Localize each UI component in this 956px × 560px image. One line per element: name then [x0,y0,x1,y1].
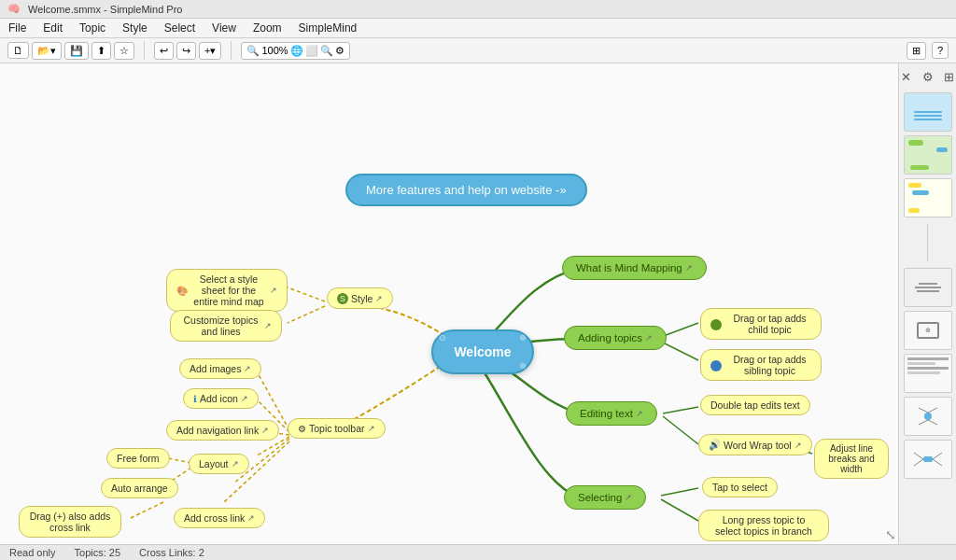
panel-thumb-2[interactable] [904,135,952,175]
zoom-icon: 🔍 [246,45,260,57]
panel-thumb-7[interactable] [904,397,952,436]
svg-line-24 [914,453,923,459]
zoom-control[interactable]: 🔍 100% 🌐 ⬜ 🔍 ⚙ [241,42,349,60]
features-button[interactable]: More features and help on website -» [345,174,587,206]
help-button[interactable]: ? [932,42,949,59]
panel-thumb-5[interactable]: ⊕ [904,311,952,350]
node-long-press-select[interactable]: Long press topic to select topics in bra… [698,510,829,541]
svg-line-1 [661,342,698,360]
node-label-auto-arrange: Auto arrange [111,483,168,494]
svg-point-18 [924,413,932,420]
main-area: More features and help on website -» Wel… [0,63,956,544]
node-add-nav-link[interactable]: Add navigation link ↗ [166,420,279,441]
node-drag-cross-link[interactable]: Drag (+) also adds cross link [19,506,121,538]
status-read-only: Read only [9,547,56,558]
node-label-double-tap-edits: Double tap edits text [710,399,800,411]
external-link-icon-11: ↗ [241,394,248,403]
node-selecting[interactable]: Selecting ↗ [564,485,646,510]
node-label-selecting: Selecting [578,492,622,503]
panel-thumb-3[interactable] [904,178,952,217]
node-label-add-images: Add images [190,363,241,374]
star-button[interactable]: ☆ [114,42,134,60]
node-free-form[interactable]: Free form [106,448,170,469]
new-button[interactable]: 🗋 [7,42,29,59]
redo-button[interactable]: ↪ [176,42,196,60]
panel-settings-icon[interactable]: ⚙ [919,67,937,86]
node-style[interactable]: S Style ↗ [327,287,393,309]
external-link-icon-10: ↗ [244,364,251,373]
zoom-level: 100% [261,45,288,56]
menu-file[interactable]: File [6,21,29,35]
svg-rect-23 [923,456,933,462]
svg-line-6 [661,499,698,521]
external-link-icon-9: ↗ [368,424,375,433]
node-customize-topics[interactable]: Customize topics and lines ↗ [170,310,282,342]
menu-select[interactable]: Select [162,21,198,35]
menu-topic[interactable]: Topic [77,21,108,35]
node-label-drag-tap-child: Drag or tap adds child topic [728,313,811,335]
panel-thumb-6[interactable] [904,354,952,393]
panel-thumb-4[interactable] [904,268,952,307]
center-node[interactable]: Welcome ⊙ ⊕ ⊕ [431,329,534,374]
menu-edit[interactable]: Edit [40,21,65,35]
menu-style[interactable]: Style [120,21,150,35]
node-add-cross-link[interactable]: Add cross link ↗ [174,508,265,528]
node-editing-text[interactable]: Editing text ↗ [566,401,657,426]
node-select-style-sheet[interactable]: 🎨 Select a style sheet for the entire mi… [166,269,288,312]
status-topics: Topics: 25 [75,547,121,558]
node-label-topic-toolbar: Topic toolbar [309,423,365,434]
node-label-add-nav-link: Add navigation link [176,425,259,436]
menu-view[interactable]: View [209,21,239,35]
external-link-icon-3: ↗ [636,409,643,418]
zoom-fit-icon: ⬜ [305,45,318,57]
node-label-editing-text: Editing text [580,408,633,419]
external-link-icon-5: ↗ [794,441,802,450]
node-adding-topics[interactable]: Adding topics ↗ [564,326,667,350]
external-link-icon-8: ↗ [264,321,272,330]
mind-map-connections [0,63,898,544]
mind-map-canvas[interactable]: More features and help on website -» Wel… [0,63,898,544]
panel-close-icon[interactable]: ✕ [898,67,916,86]
node-label-free-form: Free form [117,453,160,464]
external-link-icon-6: ↗ [375,294,383,303]
node-label-style: Style [351,293,373,304]
external-link-icon-2: ↗ [645,333,653,343]
panel-grid-icon[interactable]: ⊞ [940,67,957,86]
external-link-icon-1: ↗ [685,263,693,273]
node-double-tap-edits[interactable]: Double tap edits text [700,395,810,415]
svg-line-26 [933,453,942,459]
export-button[interactable]: ⬆ [91,42,111,60]
node-label-adjust-line-breaks: Adjust line breaks and width [824,443,879,474]
node-auto-arrange[interactable]: Auto arrange [101,478,178,498]
node-label-long-press-select: Long press topic to select topics in bra… [709,514,819,537]
panel-thumb-1[interactable] [904,92,952,132]
external-link-icon-13: ↗ [247,513,255,523]
toolbar: 🗋 📂▾ 💾 ⬆ ☆ ↩ ↪ +▾ 🔍 100% 🌐 ⬜ 🔍 ⚙ ⊞ ? [0,38,956,63]
node-label-add-cross-link: Add cross link [184,512,245,524]
undo-button[interactable]: ↩ [154,42,174,60]
node-label-tap-to-select: Tap to select [712,482,767,493]
save-button[interactable]: 💾 [64,42,89,60]
menu-zoom[interactable]: Zoom [250,21,285,35]
node-add-icon[interactable]: ℹ Add icon ↗ [183,388,259,409]
node-word-wrap-tool[interactable]: 🔊 Word Wrap tool ↗ [698,434,812,455]
node-drag-tap-sibling[interactable]: Drag or tap adds sibling topic [700,349,822,381]
resize-handle[interactable]: ⤡ [885,527,896,542]
svg-line-8 [288,306,325,323]
node-label-drag-tap-sibling: Drag or tap adds sibling topic [728,354,811,376]
title-bar: 🧠 Welcome.smmx - SimpleMind Pro [0,0,956,19]
center-node-label: Welcome [454,344,511,359]
status-bar: Read only Topics: 25 Cross Links: 2 [0,544,956,560]
menu-simplemind[interactable]: SimpleMind [296,21,360,35]
add-button[interactable]: +▾ [199,42,221,60]
node-tap-to-select[interactable]: Tap to select [702,477,778,497]
node-layout[interactable]: Layout ↗ [189,454,249,474]
panel-toggle-button[interactable]: ⊞ [907,42,926,60]
node-add-images[interactable]: Add images ↗ [179,358,261,379]
open-button[interactable]: 📂▾ [32,42,62,60]
node-drag-tap-child[interactable]: Drag or tap adds child topic [700,308,822,340]
node-topic-toolbar[interactable]: ⚙ Topic toolbar ↗ [288,418,386,439]
node-what-is-mind-mapping[interactable]: What is Mind Mapping ↗ [562,256,707,280]
node-adjust-line-breaks[interactable]: Adjust line breaks and width [814,439,889,479]
panel-thumb-8[interactable] [904,440,952,479]
